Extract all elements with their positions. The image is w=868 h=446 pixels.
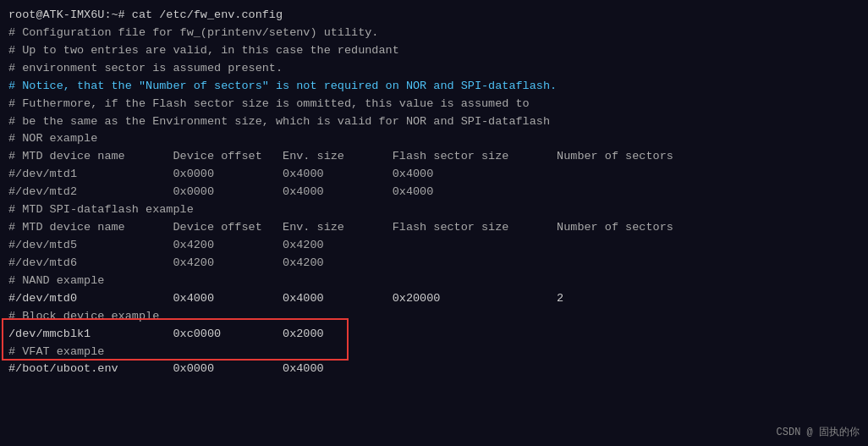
terminal-line: # MTD SPI-dataflash example xyxy=(8,201,860,219)
terminal-line: # Configuration file for fw_(printenv/se… xyxy=(8,25,860,42)
terminal-line: # NOR example xyxy=(8,130,860,148)
watermark: CSDN @ 固执的你 xyxy=(777,425,860,439)
terminal-line: #/boot/uboot.env 0x0000 0x4000 xyxy=(8,361,860,378)
terminal-line: # Futhermore, if the Flash sector size i… xyxy=(8,96,860,113)
terminal-line: #/dev/mtd0 0x4000 0x4000 0x20000 2 xyxy=(8,290,860,308)
terminal-line: root@ATK-IMX6U:~# cat /etc/fw_env.config xyxy=(8,7,860,25)
terminal-line: # Block device example xyxy=(8,308,860,326)
terminal-line: # environment sector is assumed present. xyxy=(8,60,860,78)
terminal-line: # MTD device name Device offset Env. siz… xyxy=(8,219,860,237)
terminal-line: # be the same as the Environment size, w… xyxy=(8,113,860,131)
terminal-line: # VFAT example xyxy=(8,344,860,361)
terminal-line: #/dev/mtd6 0x4200 0x4200 xyxy=(8,255,860,273)
terminal-line: #/dev/mtd5 0x4200 0x4200 xyxy=(8,237,860,255)
terminal-line: # MTD device name Device offset Env. siz… xyxy=(8,148,860,166)
terminal-line: # Up to two entries are valid, in this c… xyxy=(8,42,860,60)
terminal-line: # Notice, that the "Number of sectors" i… xyxy=(8,78,860,96)
terminal-line: /dev/mmcblk1 0xc0000 0x2000 xyxy=(8,326,860,344)
terminal-window: root@ATK-IMX6U:~# cat /etc/fw_env.config… xyxy=(0,0,868,446)
terminal-line: #/dev/mtd1 0x0000 0x4000 0x4000 xyxy=(8,166,860,184)
terminal-line: #/dev/mtd2 0x0000 0x4000 0x4000 xyxy=(8,184,860,201)
terminal-line: # NAND example xyxy=(8,273,860,290)
